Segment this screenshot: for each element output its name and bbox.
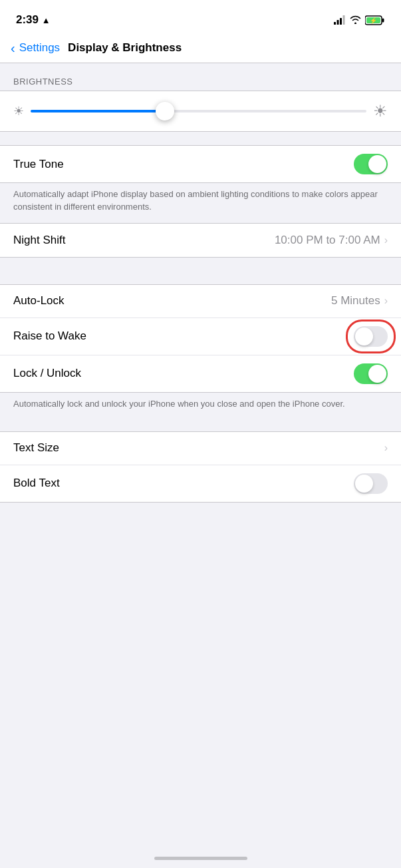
raise-to-wake-row: Raise to Wake	[0, 318, 401, 355]
slider-fill	[31, 110, 165, 112]
true-tone-row: True Tone	[0, 146, 401, 182]
lock-unlock-row: Lock / Unlock	[0, 355, 401, 392]
lock-unlock-label: Lock / Unlock	[13, 367, 81, 380]
svg-rect-1	[337, 20, 339, 25]
lock-section: Auto-Lock 5 Minutes › Raise to Wake Lock…	[0, 284, 401, 393]
night-shift-row[interactable]: Night Shift 10:00 PM to 7:00 AM ›	[0, 224, 401, 257]
sun-small-icon: ☀	[13, 104, 24, 118]
svg-rect-3	[343, 15, 345, 25]
battery-icon: ⚡	[365, 15, 385, 25]
auto-lock-row[interactable]: Auto-Lock 5 Minutes ›	[0, 285, 401, 318]
raise-to-wake-toggle-container	[354, 326, 388, 347]
true-tone-description: Automatically adapt iPhone display based…	[0, 183, 401, 223]
brightness-section: BRIGHTNESS ☀ ☀	[0, 77, 401, 132]
auto-lock-label: Auto-Lock	[13, 294, 65, 308]
back-label: Settings	[19, 41, 60, 55]
night-shift-right: 10:00 PM to 7:00 AM ›	[275, 234, 388, 247]
svg-rect-2	[340, 18, 342, 25]
spacer-4	[0, 418, 401, 431]
raise-to-wake-knob	[355, 327, 373, 345]
text-section: Text Size › Bold Text	[0, 431, 401, 503]
lock-unlock-knob	[368, 365, 386, 383]
true-tone-label: True Tone	[13, 158, 64, 171]
true-tone-toggle[interactable]	[354, 154, 388, 174]
text-size-right: ›	[384, 442, 388, 454]
auto-lock-right: 5 Minutes ›	[331, 294, 388, 308]
wifi-icon	[350, 15, 361, 26]
brightness-card: ☀ ☀	[0, 91, 401, 132]
home-indicator	[154, 857, 247, 860]
spacer-2	[0, 258, 401, 271]
back-button[interactable]: ‹ Settings	[11, 41, 60, 55]
slider-thumb[interactable]	[156, 102, 174, 120]
text-size-row[interactable]: Text Size ›	[0, 432, 401, 465]
night-shift-section: Night Shift 10:00 PM to 7:00 AM ›	[0, 223, 401, 258]
bold-text-toggle[interactable]	[354, 473, 388, 494]
bold-text-label: Bold Text	[13, 477, 60, 490]
true-tone-knob	[368, 155, 386, 173]
status-time: 2:39 ▲	[16, 13, 51, 27]
lock-unlock-description: Automatically lock and unlock your iPhon…	[0, 393, 401, 418]
auto-lock-value: 5 Minutes	[331, 294, 380, 308]
spacer-1	[0, 132, 401, 145]
status-bar: 2:39 ▲ ⚡	[0, 0, 401, 36]
night-shift-label: Night Shift	[13, 234, 65, 247]
night-shift-chevron-icon: ›	[384, 234, 388, 246]
bold-text-row: Bold Text	[0, 465, 401, 502]
text-size-chevron-icon: ›	[384, 442, 388, 454]
raise-to-wake-label: Raise to Wake	[13, 329, 86, 343]
signal-icon	[334, 15, 346, 25]
bottom-spacer	[0, 503, 401, 582]
brightness-slider-row: ☀ ☀	[13, 102, 388, 120]
raise-to-wake-toggle[interactable]	[354, 326, 388, 347]
brightness-slider[interactable]	[31, 110, 366, 112]
nav-bar: ‹ Settings Display & Brightness	[0, 36, 401, 63]
svg-rect-0	[334, 22, 336, 25]
lock-unlock-toggle[interactable]	[354, 363, 388, 384]
brightness-label: BRIGHTNESS	[0, 77, 401, 91]
svg-text:⚡: ⚡	[370, 17, 378, 25]
text-size-label: Text Size	[13, 441, 59, 455]
true-tone-section: True Tone	[0, 145, 401, 183]
page-title: Display & Brightness	[68, 41, 182, 55]
spacer-3	[0, 271, 401, 284]
status-icons: ⚡	[334, 15, 385, 26]
night-shift-value: 10:00 PM to 7:00 AM	[275, 234, 380, 247]
svg-rect-5	[382, 18, 384, 22]
auto-lock-chevron-icon: ›	[384, 295, 388, 307]
bold-text-knob	[355, 475, 373, 493]
sun-large-icon: ☀	[373, 102, 388, 120]
back-chevron-icon: ‹	[11, 41, 15, 55]
